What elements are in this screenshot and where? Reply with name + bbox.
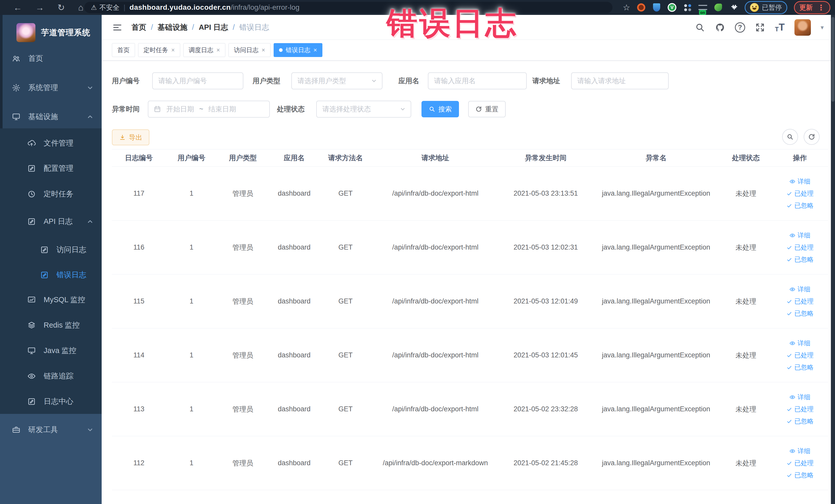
mark-ignored-link[interactable]: 已忽略: [786, 471, 814, 479]
sidebar-item-home[interactable]: 首页: [0, 49, 102, 68]
mark-processed-link[interactable]: 已处理: [786, 189, 814, 198]
sidebar-item-config-management[interactable]: 配置管理: [0, 159, 102, 178]
close-icon[interactable]: ×: [171, 46, 175, 54]
extensions-puzzle-icon[interactable]: [729, 3, 738, 12]
browser-menu-icon[interactable]: ⋮: [817, 3, 825, 12]
sidebar-item-mysql-monitor[interactable]: MySQL 监控: [0, 290, 102, 310]
extension-icon-grid[interactable]: [683, 3, 692, 12]
sidebar-item-access-logs[interactable]: 访问日志: [0, 240, 102, 260]
browser-update-button[interactable]: 更新 ⋮: [794, 1, 830, 14]
detail-link[interactable]: 详细: [789, 393, 810, 401]
extension-icon-on-switch[interactable]: on: [698, 3, 707, 12]
tab-scheduled-tasks[interactable]: 定时任务×: [138, 43, 180, 57]
sidebar-item-file-management[interactable]: 文件管理: [0, 134, 102, 153]
check-icon: [786, 352, 792, 358]
browser-back-icon[interactable]: ←: [13, 3, 22, 13]
mark-ignored-link[interactable]: 已忽略: [786, 201, 814, 210]
tab-home[interactable]: 首页: [112, 43, 135, 57]
cell-log-id: 115: [112, 297, 166, 305]
github-icon[interactable]: [715, 22, 725, 33]
fullscreen-icon[interactable]: [755, 22, 765, 33]
tab-schedule-logs[interactable]: 调度日志×: [183, 43, 225, 57]
cell-app-name: dashboard: [268, 459, 320, 467]
browser-home-icon[interactable]: ⌂: [78, 3, 84, 13]
cell-exception-name: java.lang.IllegalArgumentException: [592, 459, 720, 467]
sidebar-item-system-management[interactable]: 系统管理: [0, 78, 102, 98]
request-url-input[interactable]: [571, 73, 669, 89]
mark-processed-link[interactable]: 已处理: [786, 405, 814, 414]
search-button[interactable]: 搜索: [422, 101, 459, 117]
user-type-select[interactable]: 请选择用户类型: [291, 73, 383, 89]
detail-link[interactable]: 详细: [789, 177, 810, 186]
tab-access-logs[interactable]: 访问日志×: [228, 43, 270, 57]
reset-button[interactable]: 重置: [468, 101, 506, 117]
check-icon: [786, 244, 792, 250]
navbar: 首页 / 基础设施 / API 日志 / 错误日志 ? TT ▾: [102, 15, 835, 40]
mark-ignored-link[interactable]: 已忽略: [786, 417, 814, 425]
sidebar-item-redis-monitor[interactable]: Redis 监控: [0, 316, 102, 335]
extension-icon-orange[interactable]: [637, 3, 646, 12]
sidebar-toggle-icon[interactable]: [112, 22, 123, 33]
edit-icon: [40, 270, 49, 280]
detail-link[interactable]: 详细: [789, 231, 810, 240]
app-name-input[interactable]: [428, 73, 527, 89]
cell-exception-name: java.lang.IllegalArgumentException: [592, 405, 720, 413]
mark-processed-link[interactable]: 已处理: [786, 351, 814, 360]
extension-icon-shield[interactable]: [652, 3, 661, 12]
sidebar-item-infrastructure[interactable]: 基础设施: [0, 107, 102, 126]
extension-icon-leaf[interactable]: [714, 3, 722, 12]
mark-ignored-link[interactable]: 已忽略: [786, 255, 814, 264]
app-logo-row[interactable]: 芋道管理系统: [0, 19, 102, 47]
breadcrumb-infrastructure[interactable]: 基础设施: [158, 22, 187, 33]
mark-ignored-link[interactable]: 已忽略: [786, 309, 814, 318]
paused-badge[interactable]: 已暂停: [745, 1, 787, 14]
detail-link[interactable]: 详细: [789, 447, 810, 455]
cell-user-id: 1: [166, 351, 217, 359]
user-id-input[interactable]: [152, 73, 243, 89]
cell-method: GET: [320, 189, 371, 198]
extension-icon-green-v[interactable]: V: [668, 3, 676, 12]
toggle-search-button[interactable]: [782, 129, 798, 145]
avatar-caret-down-icon[interactable]: ▾: [821, 24, 824, 31]
detail-link[interactable]: 详细: [789, 285, 810, 294]
mark-processed-link[interactable]: 已处理: [786, 243, 814, 251]
close-icon[interactable]: ×: [217, 46, 220, 54]
cell-request-url: /api/infra/db-doc/export-markdown: [371, 459, 500, 467]
export-button[interactable]: 导出: [112, 129, 149, 145]
not-secure-warning[interactable]: ⚠ 不安全: [91, 3, 119, 12]
request-url-label: 请求地址: [532, 76, 565, 85]
breadcrumb-api-logs[interactable]: API 日志: [199, 22, 228, 33]
process-status-select[interactable]: 请选择处理状态: [316, 101, 411, 118]
close-icon[interactable]: ×: [262, 46, 265, 54]
mark-ignored-link[interactable]: 已忽略: [786, 363, 814, 371]
font-size-icon[interactable]: TT: [775, 22, 785, 33]
browser-reload-icon[interactable]: ↻: [58, 2, 65, 13]
avatar[interactable]: [794, 19, 811, 36]
search-icon[interactable]: [695, 22, 705, 33]
address-bar[interactable]: ⚠ 不安全 | dashboard.yudao.iocoder.cn/infra…: [84, 2, 612, 13]
bookmark-star-icon[interactable]: ☆: [623, 3, 630, 12]
breadcrumb-home[interactable]: 首页: [131, 22, 146, 33]
sidebar-item-api-logs[interactable]: API 日志: [0, 212, 102, 231]
cell-actions: 详细 已处理 已忽略: [772, 285, 828, 318]
mark-processed-link[interactable]: 已处理: [786, 459, 814, 467]
sidebar-item-java-monitor[interactable]: Java 监控: [0, 341, 102, 361]
scrollbar-thumb[interactable]: [831, 17, 834, 102]
mark-processed-link[interactable]: 已处理: [786, 297, 814, 305]
sidebar-item-dev-tools[interactable]: 研发工具: [0, 420, 102, 440]
breadcrumb: 首页 / 基础设施 / API 日志 / 错误日志: [131, 15, 269, 40]
sidebar-item-log-center[interactable]: 日志中心: [0, 392, 102, 411]
detail-link[interactable]: 详细: [789, 339, 810, 347]
help-icon[interactable]: ?: [735, 22, 745, 33]
cell-user-id: 1: [166, 405, 217, 413]
scrollbar[interactable]: [831, 15, 835, 504]
close-icon[interactable]: ×: [313, 46, 317, 54]
exception-time-range-picker[interactable]: 开始日期 ~ 结束日期: [148, 101, 270, 118]
tab-error-logs[interactable]: 错误日志×: [273, 43, 322, 57]
tags-view-bar: 首页 定时任务× 调度日志× 访问日志× 错误日志×: [102, 40, 835, 61]
browser-forward-icon[interactable]: →: [36, 3, 44, 13]
sidebar-item-scheduled-tasks[interactable]: 定时任务: [0, 184, 102, 204]
refresh-button[interactable]: [804, 129, 820, 145]
sidebar-item-error-logs[interactable]: 错误日志: [0, 265, 102, 285]
sidebar-item-tracing[interactable]: 链路追踪: [0, 366, 102, 386]
